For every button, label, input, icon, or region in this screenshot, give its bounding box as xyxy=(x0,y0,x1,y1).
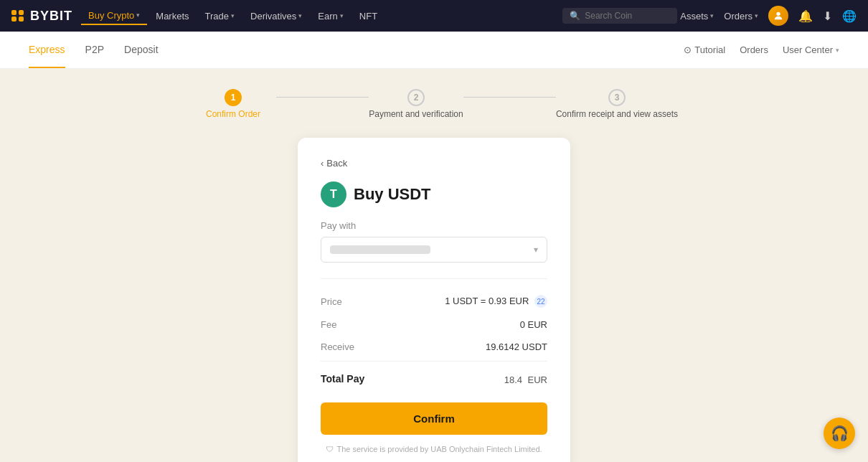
nav-item-earn[interactable]: Earn ▾ xyxy=(311,8,350,24)
nav-right: Assets ▾ Orders ▾ 🔔 ⬇ 🌐 xyxy=(680,6,857,26)
svg-point-0 xyxy=(776,12,780,16)
pay-with-select[interactable]: ▾ xyxy=(321,237,547,263)
total-value: 18.4 EUR xyxy=(503,370,547,387)
nav-item-markets[interactable]: Markets xyxy=(148,8,196,24)
main-area: Express P2P Deposit ⊙ Tutorial Orders Us… xyxy=(0,32,868,462)
nav-item-nft[interactable]: NFT xyxy=(352,8,385,24)
total-row: Total Pay 18.4 EUR xyxy=(321,361,547,390)
chevron-down-icon: ▾ xyxy=(710,12,714,19)
shield-icon: 🛡 xyxy=(326,445,334,453)
price-value: 1 USDT = 0.93 EUR 22 xyxy=(445,295,547,308)
receive-value: 19.6142 USDT xyxy=(486,341,547,352)
step-circle-1: 1 xyxy=(225,89,242,106)
price-info-badge[interactable]: 22 xyxy=(534,295,547,308)
footer-note: 🛡 The service is provided by UAB Onlycha… xyxy=(321,445,547,453)
search-icon: 🔍 xyxy=(570,11,580,21)
pay-select-left xyxy=(330,245,430,254)
content-area: ‹ Back T Buy USDT Pay with ▾ Price 1 USD… xyxy=(0,131,868,462)
tab-deposit[interactable]: Deposit xyxy=(124,32,158,68)
nav-item-trade[interactable]: Trade ▾ xyxy=(198,8,242,24)
tab-p2p[interactable]: P2P xyxy=(85,32,104,68)
chevron-down-icon: ▾ xyxy=(231,12,235,19)
stepper-area: 1 Confirm Order 2 Payment and verificati… xyxy=(0,69,868,131)
search-input[interactable] xyxy=(585,11,670,21)
user-center-link[interactable]: User Center ▾ xyxy=(783,44,839,55)
logo[interactable]: BYBIT xyxy=(11,9,72,24)
card-title: Buy USDT xyxy=(354,185,431,204)
step-3: 3 Confirm receipt and view assets xyxy=(556,89,678,119)
step-2: 2 Payment and verification xyxy=(369,89,463,119)
download-icon[interactable]: ⬇ xyxy=(823,9,832,23)
card-title-row: T Buy USDT xyxy=(321,182,547,207)
globe-icon[interactable]: 🌐 xyxy=(842,9,857,23)
buy-card: ‹ Back T Buy USDT Pay with ▾ Price 1 USD… xyxy=(298,138,570,462)
usdt-icon: T xyxy=(321,182,346,207)
stepper: 1 Confirm Order 2 Payment and verificati… xyxy=(190,89,678,119)
orders-link[interactable]: Orders xyxy=(740,44,768,55)
chevron-down-icon: ▾ xyxy=(136,11,140,19)
search-box[interactable]: 🔍 xyxy=(562,8,677,24)
step-label-2: Payment and verification xyxy=(369,109,463,119)
logo-icon xyxy=(11,10,24,22)
pay-placeholder xyxy=(330,245,430,254)
nav-orders[interactable]: Orders ▾ xyxy=(724,11,758,22)
chevron-down-icon: ▾ xyxy=(340,12,344,19)
step-circle-2: 2 xyxy=(407,89,425,106)
fee-label: Fee xyxy=(321,319,336,330)
step-connector-2 xyxy=(463,97,556,98)
confirm-button[interactable]: Confirm xyxy=(321,402,547,435)
sub-tabs: Express P2P Deposit xyxy=(29,32,159,68)
chevron-down-icon: ▾ xyxy=(836,47,839,54)
step-label-3: Confirm receipt and view assets xyxy=(556,109,678,119)
receive-label: Receive xyxy=(321,341,354,352)
price-label: Price xyxy=(321,296,342,307)
fee-row: Fee 0 EUR xyxy=(321,314,547,336)
step-label-1: Confirm Order xyxy=(206,109,260,119)
total-label: Total Pay xyxy=(321,373,364,385)
nav-links: Buy Crypto ▾ Markets Trade ▾ Derivatives… xyxy=(81,7,560,25)
back-arrow-icon: ‹ xyxy=(321,158,324,169)
tutorial-link[interactable]: ⊙ Tutorial xyxy=(684,44,725,55)
step-circle-3: 3 xyxy=(608,89,626,106)
chevron-down-icon: ▾ xyxy=(298,12,302,19)
help-button[interactable]: 🎧 xyxy=(824,418,855,449)
info-rows: Price 1 USDT = 0.93 EUR 22 Fee 0 EUR Rec… xyxy=(321,278,547,358)
nav-assets[interactable]: Assets ▾ xyxy=(680,11,714,22)
sub-navbar: Express P2P Deposit ⊙ Tutorial Orders Us… xyxy=(0,32,868,69)
receive-row: Receive 19.6142 USDT xyxy=(321,336,547,358)
step-1: 1 Confirm Order xyxy=(190,89,276,119)
chevron-down-icon: ▾ xyxy=(755,12,758,19)
bell-icon[interactable]: 🔔 xyxy=(798,9,813,23)
nav-item-derivatives[interactable]: Derivatives ▾ xyxy=(243,8,309,24)
sub-right: ⊙ Tutorial Orders User Center ▾ xyxy=(684,44,839,55)
nav-item-buy-crypto[interactable]: Buy Crypto ▾ xyxy=(81,7,147,25)
fee-value: 0 EUR xyxy=(520,319,547,330)
pay-with-label: Pay with xyxy=(321,220,547,231)
tab-express[interactable]: Express xyxy=(29,32,65,68)
navbar: BYBIT Buy Crypto ▾ Markets Trade ▾ Deriv… xyxy=(0,0,868,32)
logo-text: BYBIT xyxy=(30,9,72,24)
back-button[interactable]: ‹ Back xyxy=(321,158,547,169)
step-connector-1 xyxy=(276,97,369,98)
price-row: Price 1 USDT = 0.93 EUR 22 xyxy=(321,289,547,314)
avatar[interactable] xyxy=(768,6,788,26)
chevron-down-icon: ▾ xyxy=(534,245,538,255)
tutorial-icon: ⊙ xyxy=(684,44,692,55)
